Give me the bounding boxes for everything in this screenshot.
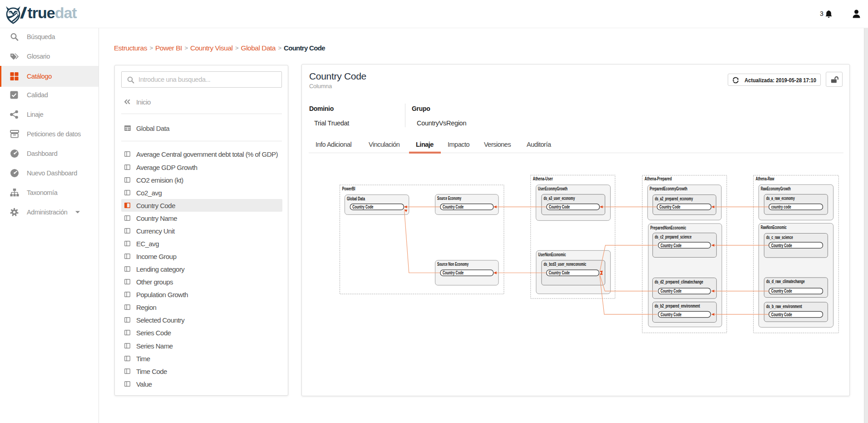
svg-text:PreparedNonEconomic: PreparedNonEconomic [651,225,686,230]
svg-text:ds_a_raw_economy: ds_a_raw_economy [766,196,795,201]
svg-text:ds_c2_prepared_science: ds_c2_prepared_science [655,234,691,239]
svg-text:Country Code: Country Code [771,243,792,248]
svg-text:Country Code: Country Code [549,204,570,209]
svg-text:ds_d_raw_climatechange: ds_d_raw_climatechange [766,279,805,284]
svg-text:ds_c_raw_science: ds_c_raw_science [766,235,793,240]
svg-text:Country Code: Country Code [549,270,570,275]
svg-text:ds_b_raw_environment: ds_b_raw_environment [766,304,802,309]
svg-text:PowerBI: PowerBI [342,186,355,191]
svg-text:Country Code: Country Code [771,289,792,294]
svg-text:ds_d2_prepared_climatechange: ds_d2_prepared_climatechange [655,279,703,284]
svg-text:UserNonEconomic: UserNonEconomic [538,252,566,257]
svg-text:Country Code: Country Code [661,312,681,317]
svg-text:country code: country code [771,204,791,209]
svg-text:Country Code: Country Code [443,204,464,209]
svg-text:Country Code: Country Code [660,204,681,209]
svg-text:Source Non Economy: Source Non Economy [437,262,469,267]
svg-text:UserEconmyGrowth: UserEconmyGrowth [538,186,567,191]
svg-text:Athena-Raw: Athena-Raw [756,176,774,181]
svg-text:ds_b2_prepared_environment: ds_b2_prepared_environment [655,304,700,309]
svg-text:ds_a3_user_economy: ds_a3_user_economy [543,196,575,201]
svg-text:Source Economy: Source Economy [437,196,461,201]
svg-text:RawEconomyGrowth: RawEconomyGrowth [761,186,791,191]
svg-text:Country Code: Country Code [352,204,373,209]
svg-text:Global Data: Global Data [347,196,365,201]
svg-text:Country Code: Country Code [443,270,464,275]
svg-text:ds_a2_prepared_economy: ds_a2_prepared_economy [655,196,693,201]
svg-text:ds_bcd3_user_noneconomic: ds_bcd3_user_noneconomic [543,262,586,267]
svg-text:Country Code: Country Code [661,289,681,294]
svg-text:Athena-Prepared: Athena-Prepared [645,176,672,181]
svg-text:Country Code: Country Code [771,312,792,317]
svg-text:Country Code: Country Code [661,243,681,248]
svg-text:PreparedEconmyGrowth: PreparedEconmyGrowth [650,186,687,191]
svg-text:RawNonEconomic: RawNonEconomic [761,225,787,230]
svg-text:Athena-User: Athena-User [533,176,553,181]
